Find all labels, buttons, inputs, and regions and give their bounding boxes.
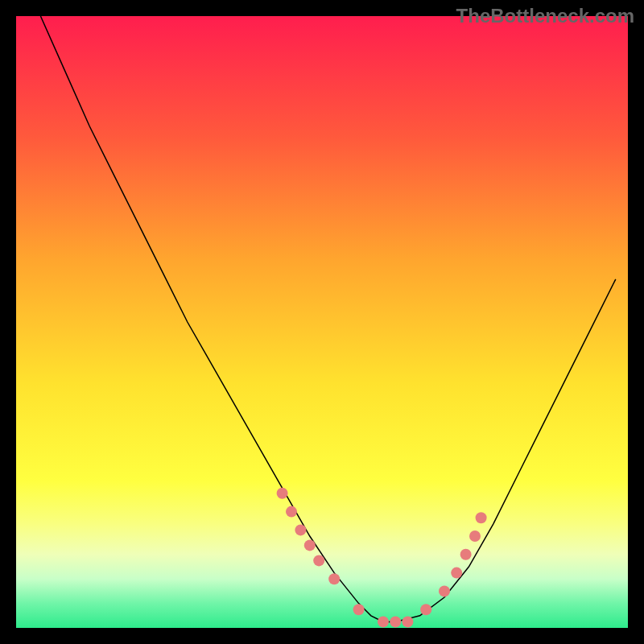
marker-dot — [460, 549, 472, 560]
marker-dot — [390, 616, 401, 627]
marker-dot — [304, 539, 316, 551]
marker-dot — [277, 488, 288, 499]
marker-dot — [353, 604, 365, 615]
marker-dot — [313, 555, 324, 566]
chart-background — [16, 16, 628, 628]
marker-dot — [451, 568, 462, 579]
marker-dot — [378, 616, 389, 627]
watermark-text: TheBottleneck.com — [456, 5, 634, 27]
marker-dot — [469, 530, 481, 542]
marker-dot — [402, 616, 413, 627]
marker-dot — [420, 604, 431, 615]
marker-dot — [295, 524, 306, 535]
marker-dot — [476, 512, 487, 523]
marker-dot — [328, 573, 340, 584]
chart-plot — [16, 16, 628, 628]
chart-container: TheBottleneck.com — [0, 0, 644, 644]
marker-dot — [286, 506, 297, 518]
marker-dot — [439, 585, 450, 597]
